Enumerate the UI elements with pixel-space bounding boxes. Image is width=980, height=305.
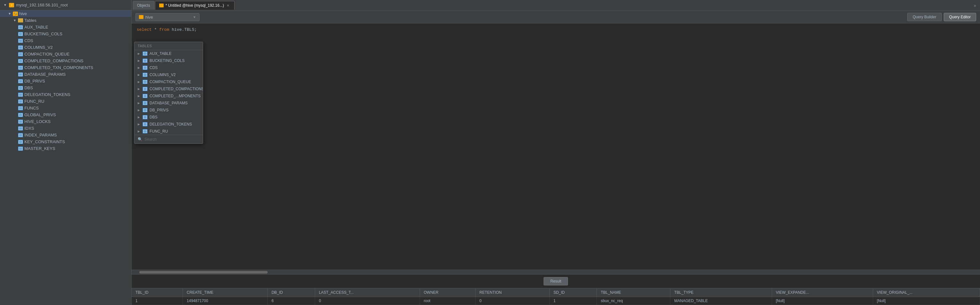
list-item[interactable]: ▶ DELEGATION_TOKENS — [134, 121, 203, 128]
item-arrow-icon: ▶ — [138, 87, 140, 91]
connection-label: mysql_192.168.56.101_root — [16, 3, 68, 7]
item-arrow-icon: ▶ — [138, 130, 140, 133]
cell-create-time: 1494871700 — [183, 297, 267, 305]
sql-editor[interactable]: select * from hive.TBLS; — [132, 24, 980, 270]
list-item[interactable]: ▶ AUX_TABLE — [134, 50, 203, 57]
list-item[interactable]: KEY_CONSTRAINTS — [0, 138, 131, 145]
tab-close-button[interactable]: ✕ — [226, 3, 231, 8]
db-selector-icon — [139, 15, 143, 19]
list-item[interactable]: BUCKETING_COLS — [0, 30, 131, 37]
table-item-icon — [143, 94, 148, 98]
table-name: MASTER_KEYS — [24, 146, 55, 151]
result-table: TBL_ID CREATE_TIME DB_ID LAST_ACCESS_T..… — [132, 288, 980, 305]
sql-star: * — [154, 27, 159, 32]
table-search-input[interactable] — [145, 137, 200, 142]
table-icon — [18, 32, 23, 36]
table-name: FUNC_RU — [24, 99, 44, 104]
list-item[interactable]: ▶ COMPLETED_...MPONENTS — [134, 93, 203, 99]
cell-owner: root — [420, 297, 476, 305]
sql-select-keyword: select — [137, 27, 152, 32]
table-name: INDEX_PARAMS — [24, 133, 57, 137]
table-item-icon — [143, 87, 148, 91]
item-arrow-icon: ▶ — [138, 66, 140, 69]
col-tbl-id: TBL_ID — [132, 288, 183, 297]
query-tab[interactable]: * Untitled @hive (mysql_192.16...) ✕ — [155, 1, 235, 10]
table-name: BUCKETING_COLS — [24, 32, 62, 36]
table-item-name: CDS — [150, 65, 158, 70]
list-item[interactable]: AUX_TABLE — [0, 24, 131, 30]
toolbar-right: Query Builder Query Editor — [907, 13, 976, 21]
list-item[interactable]: COLUMNS_V2 — [0, 44, 131, 51]
list-item[interactable]: INDEX_PARAMS — [0, 132, 131, 138]
result-toolbar: Result — [132, 275, 980, 288]
item-arrow-icon: ▶ — [138, 80, 140, 83]
table-item-icon — [143, 129, 148, 134]
item-arrow-icon: ▶ — [138, 123, 140, 126]
hive-db-icon: 🐝 — [13, 11, 18, 16]
list-item[interactable]: ▶ COLUMNS_V2 — [134, 71, 203, 78]
list-item[interactable]: IDXS — [0, 125, 131, 132]
list-item[interactable]: DATABASE_PARAMS — [0, 71, 131, 78]
list-item[interactable]: GLOBAL_PRIVS — [0, 112, 131, 118]
list-item[interactable]: MASTER_KEYS — [0, 145, 131, 152]
list-item[interactable]: CDS — [0, 37, 131, 44]
list-item[interactable]: DB_PRIVS — [0, 78, 131, 85]
table-name: KEY_CONSTRAINTS — [24, 139, 65, 144]
connection-arrow[interactable] — [3, 3, 7, 7]
db-selector-value: hive — [145, 15, 153, 19]
table-row: 1 1494871700 6 0 root 0 1 sbux_nc_req MA… — [132, 297, 980, 305]
table-item-name: DATABASE_PARAMS — [150, 101, 188, 105]
table-icon — [18, 93, 23, 97]
connection-icon: ⚡ — [9, 3, 14, 7]
table-item-icon — [143, 115, 148, 120]
table-name: DATABASE_PARAMS — [24, 72, 66, 77]
query-builder-button[interactable]: Query Builder — [907, 13, 942, 21]
query-editor-button[interactable]: Query Editor — [944, 13, 976, 21]
list-item[interactable]: COMPACTION_QUEUE — [0, 51, 131, 57]
table-item-name: COMPACTION_QUEUE — [150, 80, 191, 84]
col-tbl-name: TBL_NAME — [597, 288, 670, 297]
table-item-icon — [143, 58, 148, 63]
table-icon — [18, 52, 23, 56]
sidebar-item-tables-folder[interactable]: Tables — [0, 17, 131, 24]
col-owner: OWNER — [420, 288, 476, 297]
list-item[interactable]: ▶ FUNC_RU — [134, 128, 203, 135]
list-item[interactable]: ▶ BUCKETING_COLS — [134, 57, 203, 64]
list-item[interactable]: ▶ DATABASE_PARAMS — [134, 99, 203, 107]
sidebar-item-hive-db[interactable]: 🐝 hive — [0, 10, 131, 17]
table-item-icon — [143, 122, 148, 126]
table-name: IDXS — [24, 126, 34, 131]
list-item[interactable]: ▶ COMPACTION_QUEUE — [134, 78, 203, 85]
list-item[interactable]: ▶ COMPLETED_COMPACTIONS — [134, 85, 203, 93]
list-item[interactable]: ▶ DBS — [134, 113, 203, 121]
tab-bar: Objects * Untitled @hive (mysql_192.16..… — [132, 0, 980, 11]
list-item[interactable]: DBS — [0, 85, 131, 91]
expand-button[interactable]: » — [971, 2, 979, 9]
table-name: AUX_TABLE — [24, 25, 48, 30]
objects-tab[interactable]: Objects — [133, 1, 154, 10]
col-last-access: LAST_ACCESS_T... — [315, 288, 420, 297]
item-arrow-icon: ▶ — [138, 59, 140, 62]
list-item[interactable]: COMPLETED_TXN_COMPONENTS — [0, 64, 131, 71]
result-button[interactable]: Result — [544, 277, 568, 286]
database-selector[interactable]: hive ▼ — [135, 13, 200, 21]
horizontal-scrollbar-area — [132, 270, 980, 274]
list-item[interactable]: HIVE_LOCKS — [0, 118, 131, 125]
cell-db-id: 6 — [267, 297, 315, 305]
result-area: Result TBL_ID CREATE_TIME DB_ID LAST_ACC… — [132, 274, 980, 305]
item-arrow-icon: ▶ — [138, 52, 140, 55]
table-item-name: BUCKETING_COLS — [150, 58, 185, 63]
table-icon — [18, 72, 23, 77]
list-item[interactable]: FUNC_RU — [0, 98, 131, 105]
tree-container: 🐝 hive Tables AUX_TABLE BUCKETING_COLS C… — [0, 10, 131, 305]
list-item[interactable]: COMPLETED_COMPACTIONS — [0, 57, 131, 64]
sidebar: ⚡ mysql_192.168.56.101_root 🐝 hive Table… — [0, 0, 132, 305]
list-item[interactable]: ▶ CDS — [134, 64, 203, 71]
table-icon — [18, 113, 23, 117]
list-item[interactable]: FUNCS — [0, 105, 131, 112]
item-arrow-icon: ▶ — [138, 109, 140, 112]
horizontal-scrollbar[interactable] — [139, 271, 267, 273]
list-item[interactable]: ▶ DB_PRIVS — [134, 107, 203, 113]
table-item-icon — [143, 65, 148, 70]
list-item[interactable]: DELEGATION_TOKENS — [0, 91, 131, 98]
